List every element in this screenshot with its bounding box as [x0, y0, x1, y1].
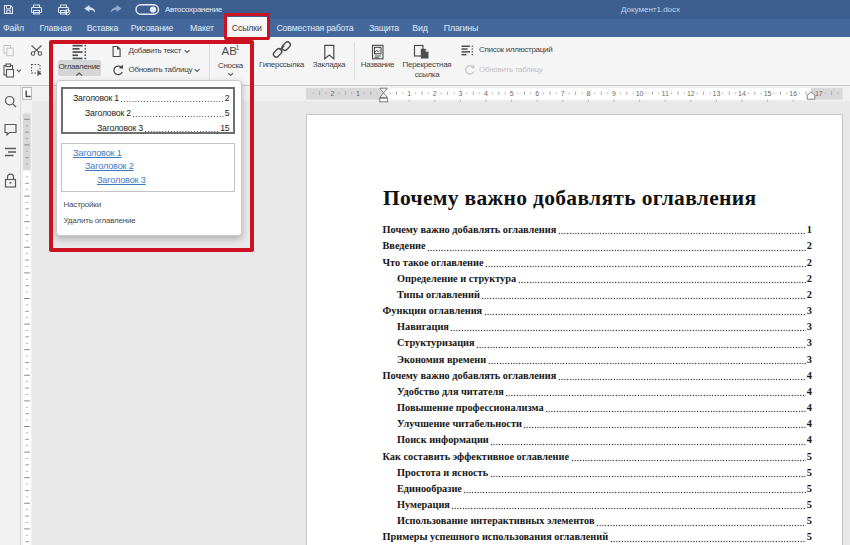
svg-text:17: 17 — [815, 90, 823, 97]
svg-text:15: 15 — [764, 90, 772, 97]
svg-text:1: 1 — [407, 90, 411, 97]
svg-text:12: 12 — [687, 90, 695, 97]
svg-text:8: 8 — [586, 90, 590, 97]
svg-text:1: 1 — [356, 90, 360, 97]
svg-text:2: 2 — [330, 90, 334, 97]
svg-text:5: 5 — [510, 90, 514, 97]
svg-text:6: 6 — [535, 90, 539, 97]
svg-text:13: 13 — [713, 90, 721, 97]
svg-text:9: 9 — [612, 90, 616, 97]
svg-text:14: 14 — [738, 90, 746, 97]
svg-text:10: 10 — [636, 90, 644, 97]
svg-text:2: 2 — [433, 90, 437, 97]
svg-text:4: 4 — [484, 90, 488, 97]
svg-text:3: 3 — [458, 90, 462, 97]
svg-text:16: 16 — [789, 90, 797, 97]
svg-text:7: 7 — [561, 90, 565, 97]
svg-text:11: 11 — [662, 90, 669, 97]
